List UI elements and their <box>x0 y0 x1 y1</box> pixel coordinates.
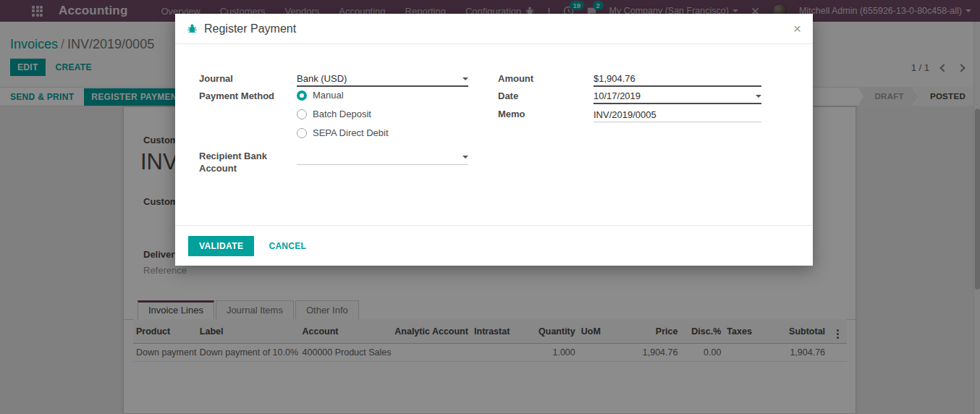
radio-unselected-icon[interactable] <box>297 128 307 138</box>
register-payment-dialog: Register Payment × Journal Bank (USD) Pa… <box>175 14 813 266</box>
dialog-title: Register Payment <box>204 22 296 35</box>
odoo-accounting-screen: Accounting Overview Customers Vendors Ac… <box>0 0 980 414</box>
dropdown-caret-icon[interactable] <box>462 156 468 159</box>
radio-unselected-icon[interactable] <box>297 109 307 119</box>
dropdown-caret-icon[interactable] <box>756 95 761 98</box>
date-label: Date <box>498 90 518 101</box>
radio-manual[interactable]: Manual <box>297 90 344 101</box>
dialog-footer: VALIDATE CANCEL <box>175 225 813 266</box>
radio-selected-icon[interactable] <box>297 90 307 101</box>
radio-sepa-direct-debit[interactable]: SEPA Direct Debit <box>297 127 389 138</box>
amount-input[interactable]: $1,904.76 <box>594 72 761 87</box>
close-icon[interactable]: × <box>793 22 801 35</box>
payment-method-label: Payment Method <box>199 90 274 101</box>
recipient-bank-account-select[interactable] <box>297 150 468 165</box>
memo-input[interactable]: INV/2019/0005 <box>594 107 761 122</box>
debug-bug-icon <box>187 23 198 34</box>
journal-select[interactable]: Bank (USD) <box>297 72 468 87</box>
cancel-button[interactable]: CANCEL <box>269 241 306 251</box>
journal-label: Journal <box>199 73 233 84</box>
date-input[interactable]: 10/17/2019 <box>594 89 761 104</box>
dropdown-caret-icon[interactable] <box>462 77 468 80</box>
radio-batch-deposit[interactable]: Batch Deposit <box>297 109 371 119</box>
memo-label: Memo <box>498 109 525 119</box>
dialog-body: Journal Bank (USD) Payment Method Manual… <box>175 44 813 225</box>
recipient-bank-account-label: Recipient Bank Account <box>199 150 286 174</box>
validate-button[interactable]: VALIDATE <box>188 236 254 256</box>
amount-label: Amount <box>498 73 533 84</box>
dialog-header: Register Payment × <box>175 14 813 44</box>
